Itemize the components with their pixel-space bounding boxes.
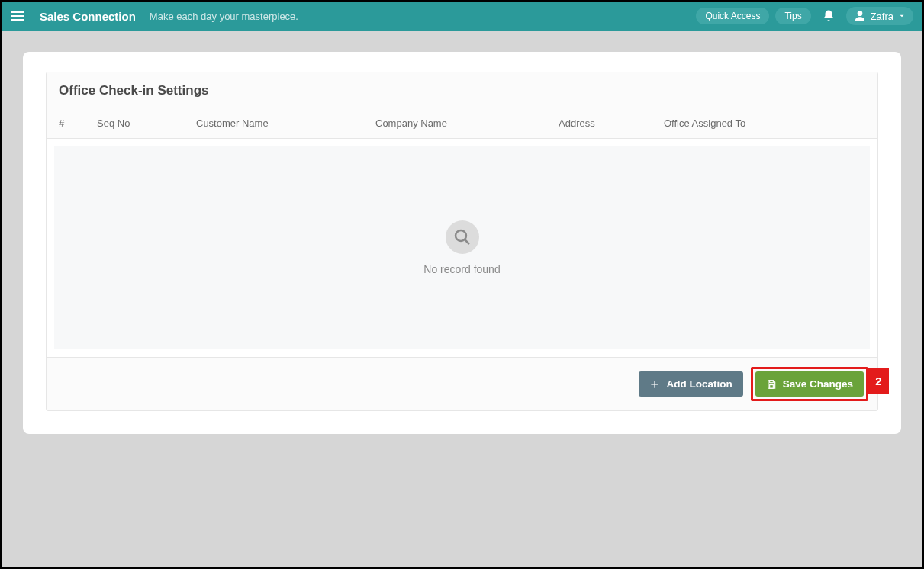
svg-rect-5 xyxy=(769,384,773,388)
search-icon xyxy=(446,220,479,254)
plus-icon xyxy=(649,379,660,390)
chevron-down-icon xyxy=(898,12,906,20)
panel-title: Office Check-in Settings xyxy=(59,83,865,98)
tagline: Make each day your masterpiece. xyxy=(150,11,298,22)
save-changes-button[interactable]: Save Changes xyxy=(755,371,864,397)
panel-header: Office Check-in Settings xyxy=(47,72,877,108)
save-icon xyxy=(766,379,777,390)
page-body: Office Check-in Settings # Seq No Custom… xyxy=(2,31,922,567)
user-name: Zafra xyxy=(871,11,893,22)
user-menu[interactable]: Zafra xyxy=(846,7,913,25)
table-header: # Seq No Customer Name Company Name Addr… xyxy=(47,108,877,139)
brand-title: Sales Connection xyxy=(40,10,136,23)
empty-state: No record found xyxy=(54,146,870,349)
save-changes-label: Save Changes xyxy=(783,378,853,390)
header-right: Quick Access Tips Zafra xyxy=(696,7,913,25)
column-seq-no: Seq No xyxy=(97,117,196,129)
panel-footer: Add Location Save Changes 2 xyxy=(47,357,877,410)
quick-access-button[interactable]: Quick Access xyxy=(696,8,769,24)
tips-button[interactable]: Tips xyxy=(775,8,810,24)
column-customer-name: Customer Name xyxy=(196,117,375,129)
annotation-step-badge: 2 xyxy=(868,368,889,394)
app-header: Sales Connection Make each day your mast… xyxy=(2,2,922,31)
column-address: Address xyxy=(559,117,664,129)
user-icon xyxy=(854,10,866,22)
svg-rect-4 xyxy=(769,380,773,382)
svg-point-0 xyxy=(456,230,466,241)
content-card: Office Check-in Settings # Seq No Custom… xyxy=(23,52,901,434)
add-location-button[interactable]: Add Location xyxy=(639,371,742,397)
column-hash: # xyxy=(59,117,97,129)
empty-message: No record found xyxy=(423,263,500,275)
add-location-label: Add Location xyxy=(666,378,732,390)
menu-icon[interactable] xyxy=(11,8,26,24)
notification-bell-icon[interactable] xyxy=(822,9,835,23)
settings-panel: Office Check-in Settings # Seq No Custom… xyxy=(46,72,878,411)
column-company-name: Company Name xyxy=(375,117,559,129)
svg-line-1 xyxy=(465,239,469,244)
save-highlight: Save Changes 2 xyxy=(751,367,868,401)
column-office-assigned-to: Office Assigned To xyxy=(664,117,865,129)
